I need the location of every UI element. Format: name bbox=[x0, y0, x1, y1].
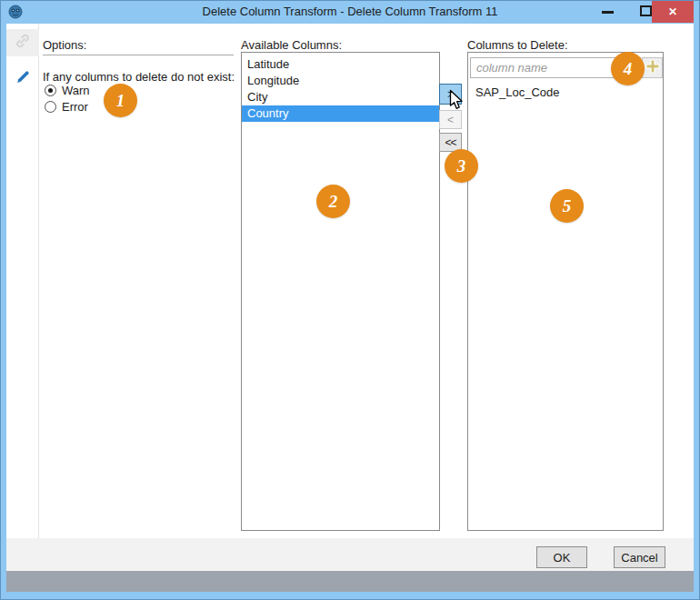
ok-button[interactable]: OK bbox=[536, 546, 587, 568]
columns-to-delete-panel[interactable] bbox=[467, 52, 664, 531]
annotation-badge-5: 5 bbox=[550, 189, 584, 223]
radio-error[interactable]: Error bbox=[45, 100, 88, 114]
radio-warn[interactable]: Warn bbox=[45, 84, 90, 97]
radio-warn-label: Warn bbox=[62, 84, 90, 97]
cancel-button[interactable]: Cancel bbox=[614, 546, 665, 568]
annotation-badge-3: 3 bbox=[445, 149, 478, 183]
options-heading: Options: bbox=[43, 38, 86, 52]
pencil-icon bbox=[15, 69, 31, 89]
available-columns-heading: Available Columns: bbox=[241, 38, 342, 52]
minimize-button[interactable] bbox=[602, 11, 614, 14]
window-title: Delete Column Transform - Delete Column … bbox=[0, 5, 700, 18]
list-item[interactable]: Country bbox=[242, 105, 439, 122]
options-divider bbox=[43, 55, 234, 55]
add-column-button[interactable] bbox=[642, 57, 663, 78]
annotation-badge-1: 1 bbox=[104, 84, 137, 117]
list-item[interactable]: City bbox=[242, 89, 439, 105]
radio-error-label: Error bbox=[62, 100, 88, 114]
button-bar bbox=[6, 538, 694, 571]
radio-warn-control[interactable] bbox=[45, 85, 56, 96]
plus-icon bbox=[645, 59, 660, 77]
maximize-button[interactable] bbox=[640, 5, 652, 16]
title-bar[interactable]: Delete Column Transform - Delete Column … bbox=[0, 0, 700, 24]
close-button[interactable]: ✕ bbox=[652, 1, 694, 23]
sidebar-tab-link[interactable] bbox=[6, 29, 39, 56]
annotation-badge-2: 2 bbox=[316, 185, 350, 218]
available-columns-list[interactable]: Latitude Longitude City Country bbox=[241, 52, 440, 531]
options-question: If any columns to delete do not exist: bbox=[43, 70, 235, 84]
delete-list-item[interactable]: SAP_Loc_Code bbox=[470, 85, 638, 101]
mouse-cursor bbox=[449, 89, 465, 115]
link-icon bbox=[15, 33, 31, 53]
columns-to-delete-heading: Columns to Delete: bbox=[467, 38, 568, 52]
list-item[interactable]: Latitude bbox=[242, 56, 439, 73]
sidebar-tab-edit[interactable] bbox=[6, 65, 39, 93]
list-item[interactable]: Longitude bbox=[242, 73, 439, 89]
radio-error-control[interactable] bbox=[45, 101, 56, 113]
dialog-window: Delete Column Transform - Delete Column … bbox=[0, 0, 700, 600]
status-bar bbox=[6, 571, 694, 592]
annotation-badge-4: 4 bbox=[611, 52, 645, 85]
sidebar bbox=[6, 24, 39, 538]
